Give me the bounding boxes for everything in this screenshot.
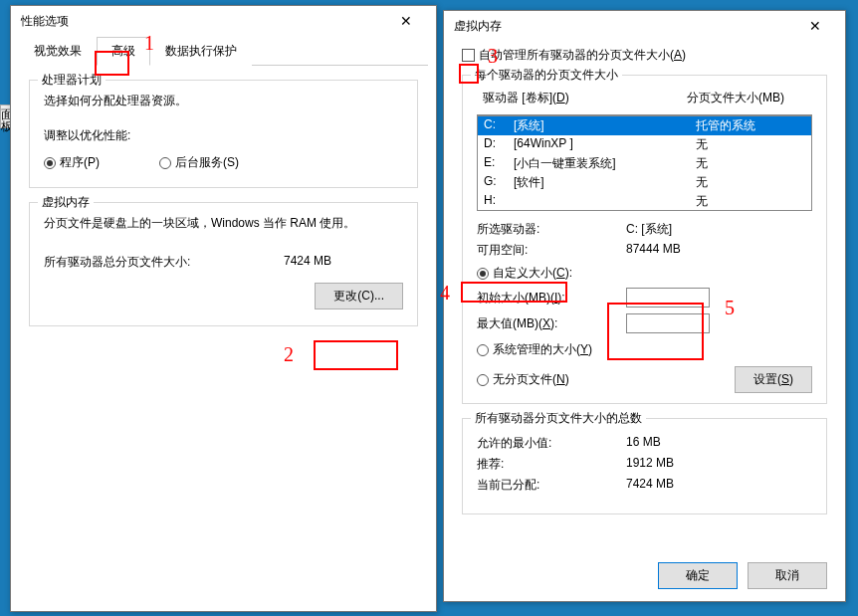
totals-legend: 所有驱动器分页文件大小的总数 xyxy=(471,410,646,427)
drive-size: 无 xyxy=(696,136,805,153)
checkbox-icon xyxy=(462,49,475,62)
radio-system-label: 系统管理的大小(Y) xyxy=(493,341,592,358)
radio-dot-icon xyxy=(477,268,489,280)
radio-dot-icon xyxy=(44,157,56,169)
auto-manage-checkbox[interactable]: 自动管理所有驱动器的分页文件大小(A) xyxy=(462,47,686,64)
drive-letter: H: xyxy=(484,193,514,210)
drive-row[interactable]: G: [软件] 无 xyxy=(478,173,811,192)
drive-size: 托管的系统 xyxy=(696,117,805,134)
max-size-label: 最大值(MB)(X): xyxy=(477,315,626,332)
drive-row[interactable]: C: [系统] 托管的系统 xyxy=(478,116,811,135)
adjust-label: 调整以优化性能: xyxy=(44,127,403,144)
close-icon[interactable]: ✕ xyxy=(795,18,835,34)
processor-desc: 选择如何分配处理器资源。 xyxy=(44,93,403,109)
drive-size: 无 xyxy=(696,193,805,210)
min-label: 允许的最小值: xyxy=(477,435,626,452)
drive-label: [软件] xyxy=(514,174,696,191)
auto-manage-label: 自动管理所有驱动器的分页文件大小(A) xyxy=(479,47,686,64)
vm-total-value: 7424 MB xyxy=(284,254,403,271)
initial-size-label: 初始大小(MB)(I): xyxy=(477,290,626,307)
radio-dot-icon xyxy=(477,374,489,386)
drive-header-drive: 驱动器 [卷标](D) xyxy=(483,90,687,106)
drive-label: [小白一键重装系统] xyxy=(514,155,696,172)
totals-group: 所有驱动器分页文件大小的总数 允许的最小值: 16 MB 推荐: 1912 MB… xyxy=(462,418,827,514)
drive-header-size: 分页文件大小(MB) xyxy=(687,90,806,106)
rec-label: 推荐: xyxy=(477,456,626,473)
selected-drive-label: 所选驱动器: xyxy=(477,221,626,238)
min-value: 16 MB xyxy=(626,435,812,452)
initial-size-input[interactable] xyxy=(626,288,710,308)
change-button[interactable]: 更改(C)... xyxy=(315,283,403,309)
perf-tabs: 视觉效果 高级 数据执行保护 xyxy=(19,36,428,66)
drive-row[interactable]: D: [64WinXP ] 无 xyxy=(478,135,811,154)
vm-total-label: 所有驱动器总分页文件大小: xyxy=(44,254,284,271)
tab-advanced[interactable]: 高级 xyxy=(97,37,150,66)
virtual-memory-group: 虚拟内存 分页文件是硬盘上的一块区域，Windows 当作 RAM 使用。 所有… xyxy=(29,202,418,326)
drive-letter: C: xyxy=(484,117,514,134)
vm-desc: 分页文件是硬盘上的一块区域，Windows 当作 RAM 使用。 xyxy=(44,215,403,232)
drive-label: [系统] xyxy=(514,117,696,134)
drive-row[interactable]: E: [小白一键重装系统] 无 xyxy=(478,154,811,173)
rec-value: 1912 MB xyxy=(626,456,812,473)
radio-nopage-label: 无分页文件(N) xyxy=(493,371,569,388)
vm-titlebar: 虚拟内存 ✕ xyxy=(444,11,845,41)
each-drive-legend: 每个驱动器的分页文件大小 xyxy=(471,67,622,84)
vm-title: 虚拟内存 xyxy=(454,18,795,35)
max-size-input[interactable] xyxy=(626,313,710,333)
cur-label: 当前已分配: xyxy=(477,477,626,494)
radio-programs[interactable]: 程序(P) xyxy=(44,154,100,171)
set-button[interactable]: 设置(S) xyxy=(735,366,812,393)
radio-custom-label: 自定义大小(C): xyxy=(493,265,572,282)
radio-programs-label: 程序(P) xyxy=(60,154,100,171)
cur-value: 7424 MB xyxy=(626,477,812,494)
radio-dot-icon xyxy=(477,344,489,356)
ok-button[interactable]: 确定 xyxy=(658,562,738,589)
performance-options-dialog: 性能选项 ✕ 视觉效果 高级 数据执行保护 处理器计划 选择如何分配处理器资源。… xyxy=(10,5,437,612)
selected-drive-value: C: [系统] xyxy=(626,221,812,238)
drive-header: 驱动器 [卷标](D) 分页文件大小(MB) xyxy=(477,88,812,108)
drive-size: 无 xyxy=(696,174,805,191)
each-drive-group: 每个驱动器的分页文件大小 驱动器 [卷标](D) 分页文件大小(MB) C: [… xyxy=(462,75,827,404)
vm-legend: 虚拟内存 xyxy=(38,194,94,211)
radio-background-label: 后台服务(S) xyxy=(175,154,239,171)
avail-value: 87444 MB xyxy=(626,242,812,259)
drive-row[interactable]: H: 无 xyxy=(478,192,811,210)
processor-scheduling-group: 处理器计划 选择如何分配处理器资源。 调整以优化性能: 程序(P) 后台服务(S… xyxy=(29,80,418,188)
radio-system-managed[interactable]: 系统管理的大小(Y) xyxy=(477,341,812,358)
drive-label xyxy=(514,193,696,210)
processor-legend: 处理器计划 xyxy=(38,72,106,89)
drive-letter: D: xyxy=(484,136,514,153)
close-icon[interactable]: ✕ xyxy=(386,13,426,29)
tab-dep[interactable]: 数据执行保护 xyxy=(150,37,252,66)
drive-letter: G: xyxy=(484,174,514,191)
tab-visual-effects[interactable]: 视觉效果 xyxy=(19,37,97,66)
cancel-button[interactable]: 取消 xyxy=(748,562,827,589)
radio-custom-size[interactable]: 自定义大小(C): xyxy=(477,265,812,282)
drive-size: 无 xyxy=(696,155,805,172)
avail-label: 可用空间: xyxy=(477,242,626,259)
virtual-memory-dialog: 虚拟内存 ✕ 自动管理所有驱动器的分页文件大小(A) 每个驱动器的分页文件大小 … xyxy=(443,10,846,602)
perf-title: 性能选项 xyxy=(21,13,386,30)
drive-letter: E: xyxy=(484,155,514,172)
radio-no-paging[interactable]: 无分页文件(N) xyxy=(477,371,735,388)
drive-label: [64WinXP ] xyxy=(514,136,696,153)
drive-list[interactable]: C: [系统] 托管的系统 D: [64WinXP ] 无 E: [小白一键重装… xyxy=(477,114,812,211)
radio-dot-icon xyxy=(159,157,171,169)
perf-titlebar: 性能选项 ✕ xyxy=(11,6,436,36)
radio-background[interactable]: 后台服务(S) xyxy=(159,154,239,171)
